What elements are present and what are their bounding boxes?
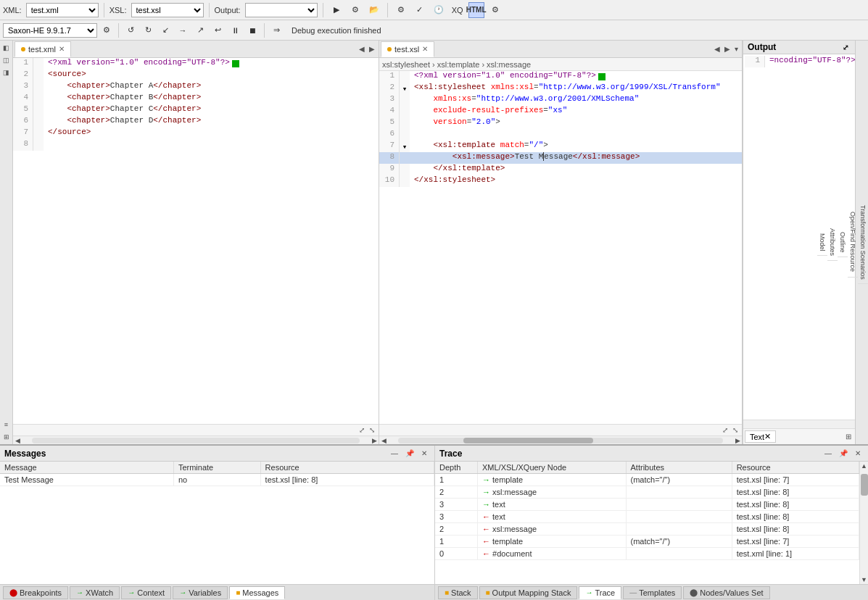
xsl-collapse-btn[interactable]: ⤡ xyxy=(730,425,740,435)
step-into-button[interactable]: ↙ xyxy=(157,22,173,38)
output-selector[interactable] xyxy=(245,3,318,17)
sidebar-icon-3[interactable]: ◨ xyxy=(1,67,12,78)
table-row[interactable]: 2 ← xsl:message test.xsl [line: 8] xyxy=(435,523,859,536)
xml-tab-close[interactable]: ✕ xyxy=(59,45,65,53)
tab-breakpoints[interactable]: ⬤ Breakpoints xyxy=(3,586,68,599)
step-over-button[interactable]: → xyxy=(175,22,191,38)
xsl-scroll-thumb[interactable] xyxy=(463,438,593,443)
html-output-button[interactable]: HTML xyxy=(468,2,484,18)
tab-xwatch[interactable]: → XWatch xyxy=(70,586,120,599)
trace-pin-btn[interactable]: 📌 xyxy=(836,448,851,459)
step-out-button[interactable]: ↗ xyxy=(192,22,208,38)
xsl-tab-prev[interactable]: ◀ xyxy=(712,44,722,54)
output-text-tab[interactable]: Text ✕ xyxy=(745,430,776,443)
trace-node: ← text xyxy=(477,511,626,523)
messages-table-scroll[interactable]: Message Terminate Resource Test Message … xyxy=(0,462,434,584)
tab-stack[interactable]: ■ Stack xyxy=(438,586,478,599)
trace-table-scroll[interactable]: Depth XML/XSL/XQuery Node Attributes Res… xyxy=(435,462,859,584)
xsl-code-editor[interactable]: 1 <?xml version="1.0" encoding="UTF-8"?>… xyxy=(379,71,742,424)
xml-collapse-btn[interactable]: ⤡ xyxy=(367,425,377,435)
table-row[interactable]: Test Message no test.xsl [line: 8] xyxy=(0,474,434,486)
table-row[interactable]: 3 ← text test.xsl [line: 8] xyxy=(435,511,859,523)
show-debug-output-button[interactable]: ⇒ xyxy=(268,22,284,38)
breadcrumb-item-2[interactable]: xsl:template xyxy=(437,60,480,69)
sidebar-open-find-resource[interactable]: Open/Find Resource xyxy=(848,207,858,277)
restart-debug-button[interactable]: ↺ xyxy=(123,22,139,38)
table-row[interactable]: 2 → xsl:message test.xsl [line: 8] xyxy=(435,486,859,499)
xsl-editor-bottom: ⤢ ⤡ xyxy=(379,424,742,436)
sidebar-outline[interactable]: Outline xyxy=(838,228,848,258)
table-row[interactable]: 1 ← template (match="/") test.xsl [line:… xyxy=(435,536,859,548)
trace-vscrollbar[interactable]: ▲ ▼ xyxy=(859,462,868,584)
xsl-tab-next[interactable]: ▶ xyxy=(722,44,732,54)
xsl-tab-menu[interactable]: ▾ xyxy=(732,44,740,54)
xml-expand-btn[interactable]: ⤢ xyxy=(357,425,367,435)
xml-tab-next[interactable]: ▶ xyxy=(367,44,377,54)
xml-selector[interactable]: test.xml xyxy=(26,3,99,17)
xslt-debugger-button[interactable]: 🕐 xyxy=(431,2,447,18)
sidebar-icon-2[interactable]: ◫ xyxy=(1,54,12,66)
stop-button[interactable]: ⏹ xyxy=(244,22,260,38)
xsl-tab-close[interactable]: ✕ xyxy=(422,45,428,53)
engine-selector[interactable]: Saxon-HE 9.9.1.7 xyxy=(3,23,97,38)
xsl-expand-btn[interactable]: ⤢ xyxy=(720,425,730,435)
sidebar-outline-icon[interactable]: ≡ xyxy=(1,419,12,430)
output-text-close[interactable]: ✕ xyxy=(764,432,771,441)
messages-close-btn[interactable]: ✕ xyxy=(418,448,430,459)
xml-scroll-left[interactable]: ◀ xyxy=(13,436,22,445)
settings-button[interactable]: ⚙ xyxy=(487,2,503,18)
breadcrumb-item-3[interactable]: xsl:message xyxy=(487,60,531,69)
tab-messages[interactable]: ■ Messages xyxy=(229,586,285,599)
trace-node: ← template xyxy=(477,536,626,548)
xsl-line-9: 9 </xsl:template> xyxy=(379,164,742,175)
sidebar-attributes[interactable]: Attributes xyxy=(827,224,838,261)
xsl-scroll-right[interactable]: ▶ xyxy=(733,436,742,445)
tab-trace[interactable]: → Trace xyxy=(579,586,621,599)
open-output-button[interactable]: 📂 xyxy=(366,2,382,18)
stop-debug-button[interactable]: ↻ xyxy=(140,22,156,38)
output-expand-btn[interactable]: ⤢ xyxy=(840,43,851,52)
tab-context[interactable]: → Context xyxy=(121,586,171,599)
top-toolbar: XML: test.xml XSL: test.xsl Output: ▶ ⚙ … xyxy=(0,0,868,20)
xml-tab-prev[interactable]: ◀ xyxy=(357,44,367,54)
table-row[interactable]: 3 → text test.xsl [line: 8] xyxy=(435,499,859,511)
sidebar-model[interactable]: Model xyxy=(817,229,827,257)
trace-scroll-thumb[interactable] xyxy=(861,474,868,496)
trace-close-btn[interactable]: ✕ xyxy=(852,448,864,459)
apply-stylesheet-button[interactable]: ▶ xyxy=(328,2,344,18)
xml-tab[interactable]: test.xml ✕ xyxy=(15,41,71,57)
tab-nodes-values[interactable]: ⬤ Nodes/Values Set xyxy=(683,586,769,599)
pause-button[interactable]: ⏸ xyxy=(227,22,243,38)
trace-scroll-down[interactable]: ▼ xyxy=(860,575,868,584)
xsl-tab[interactable]: test.xsl ✕ xyxy=(381,41,434,57)
tab-templates[interactable]: — Templates xyxy=(623,586,682,599)
sidebar-icon-4[interactable]: ⊞ xyxy=(1,431,12,443)
table-row[interactable]: 1 → template (match="/") test.xsl [line:… xyxy=(435,474,859,486)
output-bottom-expand[interactable]: ⊞ xyxy=(843,432,853,441)
tab-output-mapping[interactable]: ■ Output Mapping Stack xyxy=(479,586,578,599)
configure-scenarios-button[interactable]: ⚙ xyxy=(347,2,363,18)
xml-hscroll[interactable]: ◀ ▶ xyxy=(13,436,379,444)
table-row[interactable]: 0 ← #document test.xml [line: 1] xyxy=(435,548,859,560)
tab-variables[interactable]: → Variables xyxy=(173,586,228,599)
xml-scroll-right[interactable]: ▶ xyxy=(370,436,379,445)
xsl-selector[interactable]: test.xsl xyxy=(131,3,204,17)
xsl-hscroll[interactable]: ◀ ▶ xyxy=(379,436,742,444)
trace-scroll-up[interactable]: ▲ xyxy=(860,462,868,470)
step-return-button[interactable]: ↩ xyxy=(210,22,226,38)
xsl-scroll-track xyxy=(398,438,723,443)
messages-minimize-btn[interactable]: — xyxy=(388,448,401,459)
validate-button[interactable]: ⚙ xyxy=(393,2,409,18)
xml-code-editor[interactable]: 1 <?xml version="1.0" encoding="UTF-8"?>… xyxy=(13,58,379,424)
xsl-scroll-left[interactable]: ◀ xyxy=(379,436,388,445)
xml-tab-label: test.xml xyxy=(28,45,56,54)
sidebar-icon-1[interactable]: ◧ xyxy=(1,42,12,54)
trace-minimize-btn[interactable]: — xyxy=(822,448,835,459)
check-well-formed-button[interactable]: ✓ xyxy=(412,2,428,18)
xquery-debugger-button[interactable]: XQ xyxy=(450,2,466,18)
breadcrumb-item-1[interactable]: xsl:stylesheet xyxy=(382,60,430,69)
messages-pin-btn[interactable]: 📌 xyxy=(402,448,417,459)
sidebar-transformation-scenarios[interactable]: Transformation Scenarios xyxy=(858,201,868,285)
msg-cell-message: Test Message xyxy=(0,474,173,486)
engine-settings-button[interactable]: ⚙ xyxy=(99,22,115,38)
